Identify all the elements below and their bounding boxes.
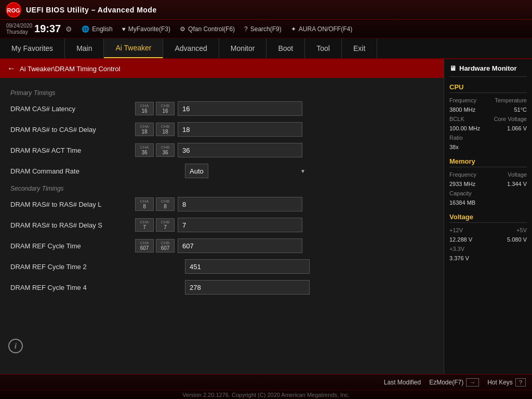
dram-ras-cas-label: DRAM RAS# to CAS# Delay (10, 126, 135, 134)
tab-monitor[interactable]: Monitor (219, 38, 267, 58)
aura-icon: ✦ (291, 25, 296, 33)
globe-icon: 🌐 (82, 25, 89, 33)
cpu-ratio-label: Ratio (449, 135, 463, 141)
memory-freq-value-row: 2933 MHz 1.344 V (449, 181, 527, 187)
memory-voltage-value: 1.344 V (507, 181, 527, 187)
dram-cas-latency-input[interactable] (178, 101, 302, 116)
memory-section: Memory Frequency Voltage 2933 MHz 1.344 … (449, 157, 527, 206)
dram-ras-ras-l-input[interactable] (178, 197, 302, 211)
dram-ras-cas-channels: CHA18 CHB18 (135, 123, 175, 136)
hot-keys-button[interactable]: Hot Keys ? (487, 378, 526, 387)
voltage-33v-value: 3.376 V (449, 255, 469, 261)
dram-ras-ras-s-input[interactable] (178, 218, 302, 232)
aura-label: AURA ON/OFF(F4) (299, 25, 352, 33)
dram-cas-latency-row: DRAM CAS# Latency CHA16 CHB16 (10, 100, 433, 117)
footer: Last Modified EzMode(F7) → Hot Keys ? Ve… (0, 374, 532, 399)
cpu-frequency-label: Frequency (449, 97, 476, 103)
monitor-icon: 🖥 (449, 64, 456, 72)
cpu-bclk-label-row: BCLK Core Voltage (449, 116, 527, 122)
memory-voltage-label: Voltage (508, 171, 527, 178)
tab-my-favorites[interactable]: My Favorites (0, 38, 65, 58)
qfan-button[interactable]: ⚙ Qfan Control(F6) (180, 25, 235, 33)
breadcrumb: ← Ai Tweaker\DRAM Timing Control (0, 59, 444, 78)
chb-badge-ref: CHB607 (156, 239, 175, 252)
tab-tool[interactable]: Tool (305, 38, 342, 58)
cha-badge-cas: CHA16 (135, 102, 154, 115)
dram-ras-ras-l-row: DRAM RAS# to RAS# Delay L CHA8 CHB8 (10, 195, 433, 213)
hw-monitor-title: 🖥 Hardware Monitor (449, 64, 527, 77)
primary-timings-label: Primary Timings (10, 89, 433, 97)
tab-advanced[interactable]: Advanced (163, 38, 219, 58)
dram-ras-cas-input[interactable] (178, 122, 302, 137)
back-button[interactable]: ← (7, 64, 16, 73)
dram-cmd-rate-select[interactable]: Auto 1N 2N 3N (185, 164, 208, 178)
dram-ref-cycle-2-input[interactable] (185, 259, 310, 274)
voltage-section-title: Voltage (449, 213, 527, 223)
search-button[interactable]: ? Search(F9) (244, 25, 282, 33)
dram-cas-channels: CHA16 CHB16 (135, 102, 175, 115)
dram-command-rate-row: DRAM Command Rate Auto 1N 2N 3N (10, 162, 433, 180)
info-button[interactable]: i (8, 339, 23, 353)
myfavorite-button[interactable]: ♥ MyFavorite(F3) (122, 25, 170, 33)
dram-ref-cycle-channels: CHA607 CHB607 (135, 239, 175, 252)
voltage-33v-label: +3.3V (449, 246, 464, 252)
footer-buttons: Last Modified EzMode(F7) → Hot Keys ? (0, 375, 532, 390)
cha-badge-ras-l: CHA8 (135, 197, 154, 211)
day-display: Thursday (6, 29, 32, 35)
tab-boot[interactable]: Boot (267, 38, 305, 58)
dram-ref-cycle-input[interactable] (178, 238, 302, 253)
ez-mode-label: EzMode(F7) (429, 379, 463, 386)
last-modified-button[interactable]: Last Modified (384, 379, 421, 386)
cha-badge-ras-act: CHA36 (135, 143, 154, 157)
dram-ras-ras-s-label: DRAM RAS# to RAS# Delay S (10, 221, 135, 229)
cpu-ratio-value: 38x (449, 144, 459, 150)
dram-ras-act-input[interactable] (178, 143, 302, 157)
rog-logo-icon: ROG (5, 2, 22, 18)
memory-capacity-label-row: Capacity (449, 190, 527, 196)
hot-keys-icon: ? (515, 378, 526, 387)
dram-cas-latency-label: DRAM CAS# Latency (10, 105, 135, 113)
dram-ref-cycle-4-input[interactable] (185, 280, 310, 295)
tab-exit[interactable]: Exit (342, 38, 377, 58)
date-display: 09/24/2020 (6, 23, 32, 29)
memory-capacity-label: Capacity (449, 190, 472, 196)
memory-section-title: Memory (449, 157, 527, 167)
settings-icon[interactable]: ⚙ (65, 25, 72, 33)
dram-ras-act-channels: CHA36 CHB36 (135, 143, 175, 157)
dram-cmd-rate-label: DRAM Command Rate (10, 167, 135, 175)
cpu-section: CPU Frequency Temperature 3800 MHz 51°C … (449, 83, 527, 150)
content-area: ← Ai Tweaker\DRAM Timing Control Primary… (0, 59, 444, 374)
language-label: English (92, 25, 112, 33)
language-selector[interactable]: 🌐 English (82, 25, 112, 33)
cpu-bclk-value-row: 100.00 MHz 1.066 V (449, 125, 527, 131)
dram-ref-cycle-4-label: DRAM REF Cycle Time 4 (10, 284, 135, 291)
time-display: 19:37 (34, 23, 61, 35)
ez-mode-button[interactable]: EzMode(F7) → (429, 378, 479, 387)
dram-ras-ras-s-row: DRAM RAS# to RAS# Delay S CHA7 CHB7 (10, 216, 433, 234)
cpu-frequency-value-row: 3800 MHz 51°C (449, 107, 527, 113)
aura-button[interactable]: ✦ AURA ON/OFF(F4) (291, 25, 352, 33)
tab-main[interactable]: Main (65, 38, 104, 58)
dram-ref-cycle-4-row: DRAM REF Cycle Time 4 (10, 278, 433, 296)
memory-frequency-value: 2933 MHz (449, 181, 475, 187)
settings-panel: Primary Timings DRAM CAS# Latency CHA16 … (0, 78, 444, 305)
memory-capacity-value: 16384 MB (449, 200, 475, 206)
breadcrumb-path: Ai Tweaker\DRAM Timing Control (20, 65, 120, 73)
cpu-bclk-value: 100.00 MHz (449, 125, 480, 131)
cpu-frequency-value: 3800 MHz (449, 107, 475, 113)
logo-area: ROG UEFI BIOS Utility – Advanced Mode (5, 2, 157, 18)
copyright-text: Version 2.20.1276. Copyright (C) 2020 Am… (182, 392, 350, 398)
heart-icon: ♥ (122, 25, 126, 33)
ez-mode-icon: → (466, 378, 479, 387)
chb-badge-ras-s: CHB7 (156, 218, 175, 232)
voltage-section: Voltage +12V +5V 12.288 V 5.080 V +3.3V … (449, 213, 527, 261)
dram-cmd-rate-wrapper: Auto 1N 2N 3N (185, 164, 310, 178)
main-layout: ← Ai Tweaker\DRAM Timing Control Primary… (0, 59, 532, 374)
voltage-33v-label-row: +3.3V (449, 246, 527, 252)
tab-ai-tweaker[interactable]: Ai Tweaker (104, 38, 163, 58)
cpu-core-voltage-label: Core Voltage (494, 116, 527, 122)
cpu-section-title: CPU (449, 83, 527, 93)
voltage-5v-label: +5V (516, 227, 527, 233)
hot-keys-label: Hot Keys (487, 379, 513, 386)
cha-badge-ras-cas: CHA18 (135, 123, 154, 136)
